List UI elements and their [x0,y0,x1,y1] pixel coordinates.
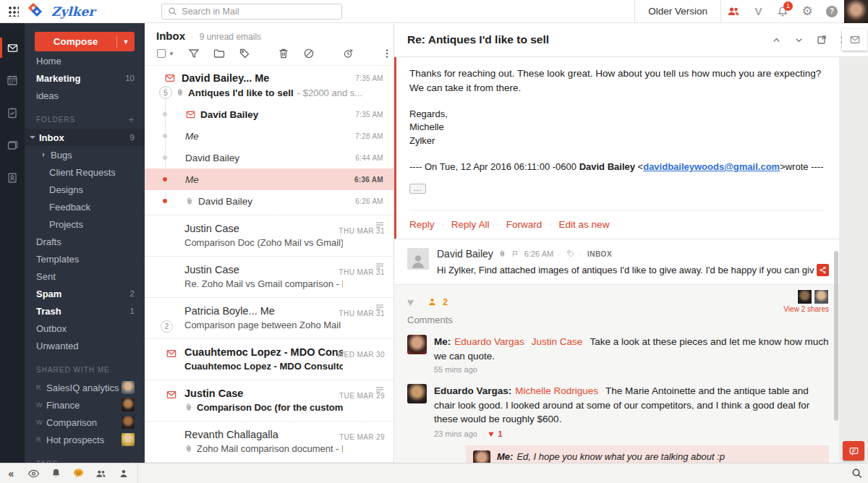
sidebar-item-unwanted[interactable]: Unwanted [25,337,145,354]
sidebar-item-sent[interactable]: Sent [25,268,145,285]
thread-subject: Antiques I'd like to sell [188,87,294,98]
notifications-bell-icon[interactable]: 1 [770,0,795,23]
sidebar-item-hot-prospects[interactable]: RHot prospects [25,431,145,448]
like-heart-icon[interactable]: ♥ [407,296,414,308]
app-grid-icon[interactable] [8,6,19,17]
thread-subject-row[interactable]: 5 Antiques I'd like to sell - $2000 and … [145,85,393,103]
shared-message-icon[interactable] [817,264,829,276]
sidebar-item-projects[interactable]: Projects [25,215,145,233]
help-icon[interactable]: ? [820,0,844,23]
email-list-item[interactable]: 2 Patricia Boyle... Me Comparison page b… [145,298,393,339]
move-to-folder-icon[interactable] [213,48,225,59]
unread-count: 9 [130,133,135,142]
delete-trash-icon[interactable] [278,48,289,59]
next-message-chevron-down-icon[interactable] [788,29,810,51]
reply-all-button[interactable]: Reply All [451,219,490,230]
sidebar-item-comparison[interactable]: WComparison [25,414,145,431]
user-avatar[interactable] [844,0,868,23]
social-bar: ♥ · 2 View 2 shares Comments [394,284,839,330]
add-folder-icon[interactable]: + [128,114,135,125]
compose-dropdown-icon[interactable]: ▼ [117,38,135,46]
more-options-icon[interactable] [381,48,393,59]
sidebar-item-inbox[interactable]: Inbox9 [25,129,145,146]
previous-message-chevron-up-icon[interactable] [765,29,788,51]
email-list-item[interactable]: Cuauhtemoc Lopez - MDO Consulto Cuauhtem… [145,339,393,380]
thread-message-row-selected[interactable]: Me 6:36 AM [145,168,393,190]
sidebar-item-home[interactable]: Home [25,57,145,69]
thread-message-row[interactable]: David Bailey 6:44 AM [145,147,393,168]
chat-smiley-icon[interactable] [67,463,90,483]
sidebar-item-finance[interactable]: WFinance [25,396,145,414]
email-list-item[interactable]: Revanth Challagalla Zoho Mail comparison… [145,422,393,463]
expand-arrow-icon[interactable] [43,153,47,157]
open-in-new-window-icon[interactable] [810,29,833,51]
sidebar-item-marketing[interactable]: Marketing10 [25,69,145,87]
thread-group: David Bailey... Me 7:35 AM 5 Antiques I'… [145,66,393,215]
contacts-people-icon[interactable] [721,0,746,23]
thread-message-row[interactable]: Me 7:28 AM [145,125,393,147]
sidebar-item-client-requests[interactable]: Client Requests [25,163,145,181]
vault-v-icon[interactable]: V [746,0,770,23]
thread-parent-row[interactable]: David Bailey... Me 7:35 AM [145,70,393,85]
sidebar-item-templates[interactable]: Templates [25,250,145,268]
tag-icon[interactable] [566,249,575,258]
archive-snooze-icon[interactable] [342,48,354,59]
collapsed-message-row[interactable]: David Bailey 6:26 AM · · INBOX Hi Zylker… [394,239,839,284]
sidebar-item-outbox[interactable]: Outbox [25,320,145,337]
sidebar-item-ideas[interactable]: ideas [25,87,145,104]
forward-button[interactable]: Forward [506,219,542,230]
collapse-panel-icon[interactable]: « [0,463,22,483]
tag-icon[interactable] [239,48,250,59]
mention-link[interactable]: Justin Case [532,336,583,347]
brand-logo[interactable]: Zylker [27,4,95,20]
sidebar-item-feedback[interactable]: Feedback [25,198,145,215]
email-list-item[interactable]: Justin Case Re. Zoho Mail vs Gmail compa… [145,257,393,298]
rail-calendar-icon[interactable] [0,66,25,95]
rail-mail-icon[interactable] [0,33,25,62]
snippet-lines-icon [375,218,384,231]
select-all-checkbox[interactable]: ▼ [157,49,174,58]
sidebar-item-drafts[interactable]: Drafts [25,233,145,250]
zoom-search-icon[interactable] [846,463,868,483]
mention-link[interactable]: Eduardo Vargas [454,336,524,347]
tags-header: TAGS+ [25,454,145,463]
scrollbar-thumb[interactable] [834,251,838,421]
thread-message-row[interactable]: David Bailey 6:26 AM [145,190,393,212]
email-list-item[interactable]: Justin Case Comparison Doc (Zoho Mail vs… [145,215,393,257]
older-version-link[interactable]: Older Version [635,6,720,17]
block-spam-icon[interactable] [303,48,315,59]
sidebar-item-spam[interactable]: Spam2 [25,285,145,302]
collapse-caret-icon[interactable] [30,136,35,142]
filter-icon[interactable] [188,48,200,59]
profile-person-icon[interactable] [112,463,135,483]
topbar-right: Older Version V 1 ⚙ ? [634,0,868,22]
like-heart-icon[interactable]: ♥ [488,429,493,439]
sidebar-item-bugs[interactable]: Bugs [25,146,145,163]
sender-email-link[interactable]: davidbaileywoods@gmail.com [643,161,780,172]
compose-button[interactable]: Compose ▼ [35,32,135,51]
mention-link[interactable]: Michelle Rodrigues [515,385,598,396]
share-person-icon[interactable] [427,297,437,307]
rail-notes-icon[interactable] [0,131,25,160]
sidebar-item-trash[interactable]: Trash1 [25,302,145,320]
rail-tasks-icon[interactable] [0,98,25,127]
rail-contacts-icon[interactable] [0,163,25,192]
bell-icon[interactable] [45,463,67,483]
show-quoted-text-toggle[interactable]: ... [409,184,426,194]
view-shares-link[interactable]: View 2 shares [783,305,829,313]
chat-feedback-button[interactable] [843,441,864,461]
sidebar-item-salesiq-analytics[interactable]: RSalesIQ analytics [25,379,145,396]
settings-gear-icon[interactable]: ⚙ [795,0,820,23]
thread-message-row[interactable]: David Bailey 7:35 AM [145,103,393,125]
flag-icon[interactable] [511,249,519,258]
edit-as-new-button[interactable]: Edit as new [559,219,610,230]
snippet-lines-icon [375,383,384,396]
sidebar-item-designs[interactable]: Designs [25,181,145,198]
search-box[interactable] [161,4,342,20]
presence-eye-icon[interactable] [22,463,45,483]
search-input[interactable] [182,7,336,17]
email-list-item[interactable]: Justin Case Comparison Doc (for the cust… [145,380,393,422]
contacts-group-icon[interactable] [90,463,112,483]
mail-edge-tab[interactable] [842,29,867,51]
reply-button[interactable]: Reply [409,219,435,230]
